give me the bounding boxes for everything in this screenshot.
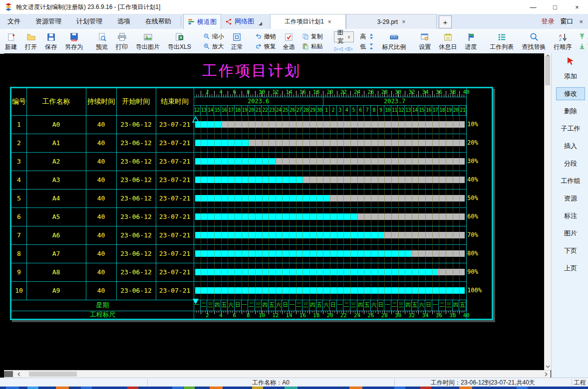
row-number-cell[interactable]: 6: [11, 207, 26, 226]
duration-cell[interactable]: 40: [86, 226, 116, 244]
sidebar-resource[interactable]: 资源: [556, 192, 585, 205]
task-name-cell[interactable]: A5: [26, 207, 86, 226]
end-date-cell[interactable]: 23-07-21: [156, 115, 194, 134]
normal-zoom-button[interactable]: 正常: [227, 30, 247, 52]
select-cursor-icon[interactable]: [566, 56, 576, 66]
start-date-cell[interactable]: 23-06-12: [116, 134, 156, 152]
gantt-bar-progress[interactable]: [195, 213, 357, 220]
move-up-button[interactable]: 上移: [579, 31, 588, 41]
export-xls-button[interactable]: 导出XLS: [164, 30, 195, 52]
start-date-cell[interactable]: 23-06-12: [116, 152, 156, 171]
gantt-bar-remaining[interactable]: [303, 177, 465, 183]
row-number-cell[interactable]: 1: [11, 115, 26, 134]
add-tab-button[interactable]: +: [439, 15, 452, 28]
copy-button[interactable]: 复制: [302, 31, 323, 41]
move-down-button[interactable]: 下移: [579, 41, 588, 51]
row-number-cell[interactable]: 5: [11, 189, 26, 207]
maximize-button[interactable]: □: [544, 0, 566, 14]
close-button[interactable]: ×: [566, 0, 588, 14]
task-name-cell[interactable]: A9: [26, 281, 86, 300]
zoom-in-button[interactable]: 放大: [203, 41, 224, 51]
start-date-cell[interactable]: 23-06-12: [116, 226, 156, 244]
horizontal-scrollbar[interactable]: [4, 370, 551, 378]
row-number-cell[interactable]: 8: [11, 244, 26, 263]
row-height-increase-button[interactable]: 高: [360, 31, 375, 41]
task-name-cell[interactable]: A6: [26, 226, 86, 244]
view-more-icon[interactable]: [258, 14, 263, 29]
login-link[interactable]: 登录: [541, 17, 554, 26]
task-name-cell[interactable]: A4: [26, 189, 86, 207]
duration-cell[interactable]: 40: [86, 152, 116, 171]
task-name-cell[interactable]: A0: [26, 115, 86, 134]
new-button[interactable]: 新建: [1, 30, 21, 52]
start-date-cell[interactable]: 23-06-12: [116, 207, 156, 226]
task-name-cell[interactable]: A8: [26, 263, 86, 281]
tabbar-close-icon[interactable]: ×: [579, 18, 583, 25]
end-date-cell[interactable]: 23-07-21: [156, 281, 194, 300]
end-date-cell[interactable]: 23-07-21: [156, 226, 194, 244]
scroll-right-icon[interactable]: [544, 372, 548, 377]
end-date-cell[interactable]: 23-07-21: [156, 263, 194, 281]
task-name-cell[interactable]: A1: [26, 134, 86, 152]
end-date-cell[interactable]: 23-07-21: [156, 189, 194, 207]
zoom-out-button[interactable]: 缩小: [203, 31, 224, 41]
row-number-cell[interactable]: 9: [11, 263, 26, 281]
menu-options[interactable]: 选项: [110, 14, 138, 29]
paste-button[interactable]: 粘贴: [302, 41, 323, 51]
start-date-cell[interactable]: 23-06-12: [116, 263, 156, 281]
row-order-button[interactable]: AZ行顺序: [550, 30, 576, 52]
sidebar-annotation[interactable]: 标注: [556, 209, 585, 222]
sidebar-prev-page[interactable]: 上页: [556, 262, 585, 275]
duration-cell[interactable]: 40: [86, 115, 116, 134]
redo-button[interactable]: 恢复: [255, 41, 276, 51]
end-date-cell[interactable]: 23-07-21: [156, 207, 194, 226]
row-number-cell[interactable]: 4: [11, 171, 26, 189]
narrow-bar-button[interactable]: ▷◁: [334, 46, 343, 51]
ruler-scale-button[interactable]: 标尺比例: [378, 30, 410, 52]
open-button[interactable]: 打开: [21, 30, 41, 52]
duration-cell[interactable]: 40: [86, 134, 116, 152]
menu-online-help[interactable]: 在线帮助: [138, 14, 179, 29]
sidebar-next-page[interactable]: 下页: [556, 244, 585, 257]
vertical-scroll-thumb[interactable]: [545, 56, 550, 85]
settings-button[interactable]: 设置: [415, 30, 435, 52]
duration-cell[interactable]: 40: [86, 263, 116, 281]
export-image-button[interactable]: 导出图片: [132, 30, 164, 52]
rest-day-button[interactable]: 休息日: [435, 30, 461, 52]
print-button[interactable]: 打印: [112, 30, 132, 52]
gantt-view-button[interactable]: 横道图: [183, 14, 221, 29]
sidebar-segment[interactable]: 分段: [556, 157, 585, 170]
gantt-bar-progress[interactable]: [195, 121, 222, 128]
scroll-left-icon[interactable]: [17, 372, 21, 377]
task-name-cell[interactable]: A7: [26, 244, 86, 263]
duration-cell[interactable]: 40: [86, 281, 116, 300]
network-view-button[interactable]: 网络图: [221, 14, 258, 29]
sidebar-delete[interactable]: 删除: [556, 105, 585, 118]
tab-3-29-prt[interactable]: 3-29.prt×: [346, 14, 437, 29]
duration-cell[interactable]: 40: [86, 171, 116, 189]
widen-bar-button[interactable]: ◁▷: [344, 46, 353, 51]
window-menu-link[interactable]: 窗口: [560, 17, 573, 26]
start-date-cell[interactable]: 23-06-12: [116, 189, 156, 207]
tab-close-icon[interactable]: ×: [402, 18, 405, 25]
work-list-button[interactable]: 工作列表: [486, 30, 518, 52]
start-date-cell[interactable]: 23-06-12: [116, 281, 156, 300]
gantt-canvas[interactable]: 工作项目计划 编号工作名称持续时间开始时间结束时间246810121416182…: [4, 53, 544, 370]
bar-width-select[interactable]: 图 宽∨▷◁◁▷: [331, 30, 357, 52]
duration-cell[interactable]: 40: [86, 207, 116, 226]
gantt-bar-progress[interactable]: [195, 177, 303, 183]
sidebar-image[interactable]: 图片: [556, 227, 585, 240]
sidebar-add[interactable]: 添加: [556, 70, 585, 83]
row-number-cell[interactable]: 7: [11, 226, 26, 244]
save-button[interactable]: 保存: [41, 30, 61, 52]
menu-resource-management[interactable]: 资源管理: [28, 14, 69, 29]
start-date-cell[interactable]: 23-06-12: [116, 115, 156, 134]
row-height-decrease-button[interactable]: 低: [360, 41, 375, 51]
minimize-button[interactable]: —: [522, 0, 544, 14]
tab-close-icon[interactable]: ×: [328, 18, 331, 25]
tab-project-plan-1[interactable]: 工作项目计划1×: [270, 14, 346, 29]
duration-cell[interactable]: 40: [86, 244, 116, 263]
start-date-cell[interactable]: 23-06-12: [116, 244, 156, 263]
preview-button[interactable]: 预览: [92, 30, 112, 52]
scroll-down-icon[interactable]: [546, 365, 550, 369]
